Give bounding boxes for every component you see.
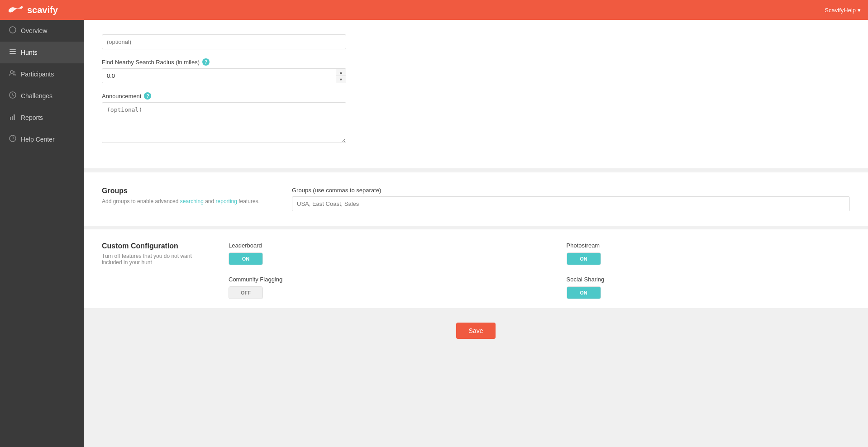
hunts-icon bbox=[9, 48, 16, 57]
groups-field-label: Groups (use commas to separate) bbox=[292, 187, 850, 194]
sidebar: Overview Hunts Participants Challenges R… bbox=[0, 20, 84, 447]
challenges-icon bbox=[9, 91, 16, 100]
searching-link[interactable]: searching bbox=[180, 198, 204, 204]
social-sharing-on-label: ON bbox=[567, 287, 601, 299]
layout: Overview Hunts Participants Challenges R… bbox=[0, 20, 868, 447]
save-button[interactable]: Save bbox=[456, 323, 496, 339]
announcement-help-badge[interactable]: ? bbox=[144, 92, 151, 100]
svg-rect-8 bbox=[10, 117, 11, 120]
groups-section: Groups Add groups to enable advanced sea… bbox=[84, 172, 868, 226]
sidebar-item-overview[interactable]: Overview bbox=[0, 20, 84, 42]
config-title: Custom Configuration bbox=[102, 242, 210, 250]
social-sharing-toggle-group: Social Sharing ON bbox=[567, 276, 850, 299]
nearby-search-label: Find Nearby Search Radius (in miles) ? bbox=[102, 58, 850, 66]
svg-rect-2 bbox=[10, 49, 16, 50]
logo-text: scavify bbox=[27, 5, 58, 15]
topbar: scavify ScavifyHelp ▾ bbox=[0, 0, 868, 20]
config-toggles-grid: Leaderboard ON Photostream ON bbox=[229, 242, 850, 299]
logo: scavify bbox=[7, 5, 58, 15]
config-desc: Turn off features that you do not want i… bbox=[102, 253, 210, 266]
leaderboard-label: Leaderboard bbox=[229, 242, 512, 249]
groups-field-area: Groups (use commas to separate) bbox=[292, 187, 850, 211]
leaderboard-toggle-group: Leaderboard ON bbox=[229, 242, 512, 265]
sidebar-item-participants[interactable]: Participants bbox=[0, 63, 84, 85]
social-sharing-label: Social Sharing bbox=[567, 276, 850, 283]
optional-input[interactable] bbox=[102, 34, 346, 49]
community-flagging-toggle[interactable]: OFF bbox=[229, 286, 263, 299]
nearby-search-input-wrapper: ▲ ▼ bbox=[102, 68, 346, 83]
sidebar-label-help-center: Help Center bbox=[21, 136, 55, 143]
participants-icon bbox=[9, 70, 16, 79]
sidebar-item-challenges[interactable]: Challenges bbox=[0, 85, 84, 107]
optional-section: Find Nearby Search Radius (in miles) ? ▲… bbox=[84, 20, 868, 168]
photostream-label: Photostream bbox=[567, 242, 850, 249]
main-content: Find Nearby Search Radius (in miles) ? ▲… bbox=[84, 20, 868, 447]
optional-field-row bbox=[102, 34, 850, 49]
sidebar-item-reports[interactable]: Reports bbox=[0, 107, 84, 128]
spinner-up[interactable]: ▲ bbox=[336, 69, 346, 76]
photostream-on-label: ON bbox=[567, 253, 601, 265]
number-spinners: ▲ ▼ bbox=[336, 69, 346, 83]
social-sharing-toggle[interactable]: ON bbox=[567, 286, 601, 299]
custom-config-section: Custom Configuration Turn off features t… bbox=[84, 229, 868, 308]
nearby-help-badge[interactable]: ? bbox=[202, 58, 210, 66]
spinner-down[interactable]: ▼ bbox=[336, 76, 346, 83]
nearby-search-input[interactable] bbox=[102, 68, 346, 83]
sidebar-item-help-center[interactable]: ? Help Center bbox=[0, 128, 84, 150]
photostream-toggle-group: Photostream ON bbox=[567, 242, 850, 265]
user-menu[interactable]: ScavifyHelp ▾ bbox=[825, 7, 861, 14]
groups-title: Groups bbox=[102, 187, 274, 195]
config-header: Custom Configuration Turn off features t… bbox=[84, 229, 868, 308]
svg-rect-4 bbox=[10, 53, 16, 54]
sidebar-item-hunts[interactable]: Hunts bbox=[0, 42, 84, 63]
svg-point-5 bbox=[10, 71, 13, 73]
announcement-row: Announcement ? bbox=[102, 92, 850, 145]
svg-point-0 bbox=[9, 10, 11, 12]
config-info: Custom Configuration Turn off features t… bbox=[102, 242, 210, 299]
reports-icon bbox=[9, 113, 16, 122]
overview-icon bbox=[9, 26, 16, 35]
sidebar-label-participants: Participants bbox=[21, 71, 54, 78]
user-label: ScavifyHelp bbox=[825, 7, 856, 14]
reporting-link[interactable]: reporting bbox=[216, 198, 237, 204]
groups-input[interactable] bbox=[292, 196, 850, 211]
sidebar-label-overview: Overview bbox=[21, 27, 47, 34]
leaderboard-on-label: ON bbox=[229, 253, 262, 265]
community-flagging-toggle-group: Community Flagging OFF bbox=[229, 276, 512, 299]
announcement-label: Announcement ? bbox=[102, 92, 850, 100]
save-area: Save bbox=[84, 312, 868, 357]
nearby-search-row: Find Nearby Search Radius (in miles) ? ▲… bbox=[102, 58, 850, 83]
sidebar-label-challenges: Challenges bbox=[21, 92, 52, 100]
announcement-textarea[interactable] bbox=[102, 102, 346, 143]
svg-text:?: ? bbox=[12, 136, 14, 141]
sidebar-label-hunts: Hunts bbox=[21, 49, 38, 56]
groups-info: Groups Add groups to enable advanced sea… bbox=[102, 187, 274, 211]
svg-point-1 bbox=[10, 27, 16, 33]
svg-rect-10 bbox=[14, 114, 15, 120]
leaderboard-toggle[interactable]: ON bbox=[229, 252, 263, 265]
sidebar-label-reports: Reports bbox=[21, 114, 43, 121]
community-flagging-label: Community Flagging bbox=[229, 276, 512, 283]
svg-rect-3 bbox=[10, 51, 16, 52]
groups-description: Add groups to enable advanced searching … bbox=[102, 198, 274, 205]
photostream-toggle[interactable]: ON bbox=[567, 252, 601, 265]
svg-rect-9 bbox=[12, 116, 13, 120]
dropdown-icon: ▾ bbox=[858, 7, 861, 14]
community-flagging-off-label: OFF bbox=[229, 287, 262, 299]
help-icon: ? bbox=[9, 135, 16, 144]
